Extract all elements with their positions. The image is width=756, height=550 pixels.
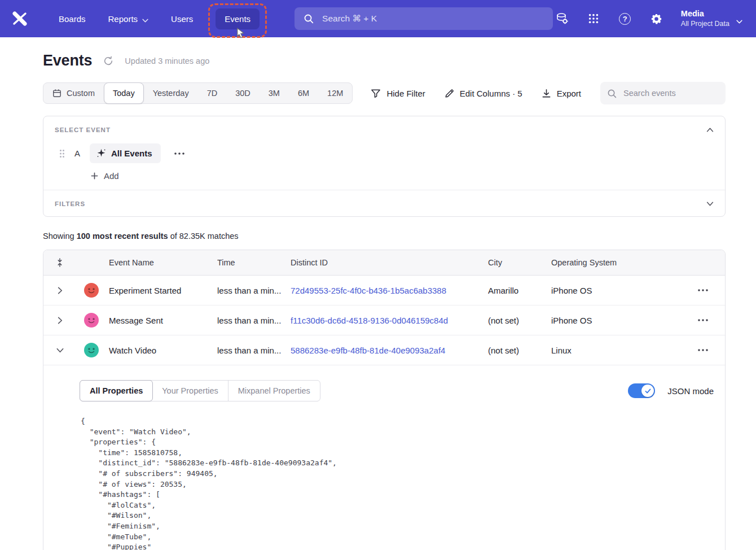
project-info: Media All Project Data [681,8,729,29]
search-events-field [600,82,726,104]
event-options-button[interactable] [170,148,189,159]
tab-your-properties[interactable]: Your Properties [152,381,228,401]
settings-button[interactable] [649,11,664,26]
grid-dots-icon [588,13,599,24]
column-header-os[interactable]: Operating System [551,258,681,267]
results-suffix: of 82.35K matches [168,232,239,241]
primary-nav: Boards Reports Users Events [50,8,260,30]
date-3m-button[interactable]: 3M [260,82,289,104]
city-cell: Amarillo [488,286,551,295]
json-mode-control: JSON mode [628,383,714,398]
event-sparkle-icon [96,149,106,158]
export-button[interactable]: Export [542,89,581,98]
event-selector-button[interactable]: All Events [90,143,161,163]
row-options-button[interactable] [693,344,713,356]
step-letter: A [74,149,81,158]
date-yesterday-button[interactable]: Yesterday [144,82,198,104]
city-cell: (not set) [488,316,551,325]
refresh-button[interactable] [101,54,116,68]
date-option-label: 7D [207,89,218,98]
event-name-cell: Message Sent [109,316,217,325]
column-header-time[interactable]: Time [217,258,291,267]
date-7d-button[interactable]: 7D [198,82,227,104]
project-selector[interactable]: Media All Project Data [681,8,742,29]
nav-item-reports[interactable]: Reports [99,8,158,30]
results-highlight: 100 most recent results [77,232,168,241]
distinct-id-link[interactable]: f11c30d6-dc6d-4518-9136-0d046159c84d [291,316,448,325]
tab-all-properties[interactable]: All Properties [80,380,153,401]
plus-icon [91,172,98,180]
table-header-row: Event Name Time Distinct ID City Operati… [43,250,725,276]
page-header: Events Updated 3 minutes ago [43,52,726,69]
tab-mixpanel-properties[interactable]: Mixpanel Properties [228,381,320,401]
expand-row-button[interactable] [54,283,66,298]
date-option-label: Yesterday [153,89,189,98]
data-management-button[interactable] [555,11,569,26]
avatar-face-icon [84,313,99,328]
json-viewer[interactable]: { "event": "Watch Video", "properties": … [81,416,714,550]
table-row-expanded[interactable]: Watch Video less than a min... 5886283e-… [43,335,725,365]
nav-item-events[interactable]: Events [216,8,260,29]
collapse-row-button[interactable] [53,344,67,356]
toggle-knob [641,385,654,397]
row-options-button[interactable] [693,285,713,296]
events-table: Event Name Time Distinct ID City Operati… [43,250,726,550]
ellipsis-icon [698,319,708,321]
event-query-row: A All Events [43,142,725,167]
apps-grid-button[interactable] [586,11,601,26]
table-row[interactable]: Experiment Started less than a min... 72… [43,276,725,305]
column-header-city[interactable]: City [488,258,551,267]
global-search-input[interactable] [321,13,544,24]
json-mode-toggle[interactable] [628,383,655,398]
nav-item-users[interactable]: Users [162,8,202,29]
date-custom-button[interactable]: Custom [43,82,104,104]
filters-heading: FILTERS [55,200,85,207]
date-today-button[interactable]: Today [104,82,144,104]
avatar-face-icon [84,283,99,298]
user-avatar[interactable] [84,343,99,357]
query-builder-card: SELECT EVENT A All Events [43,116,726,217]
date-30d-button[interactable]: 30D [226,82,260,104]
filter-funnel-icon [371,89,381,98]
add-event-button[interactable]: Add [91,171,119,181]
user-avatar[interactable] [84,313,99,328]
table-row[interactable]: Message Sent less than a min... f11c30d6… [43,305,725,335]
ellipsis-icon [698,349,708,351]
row-options-button[interactable] [693,315,713,326]
os-cell: iPhone OS [551,286,681,295]
os-cell: Linux [551,346,681,355]
ellipsis-icon [174,152,184,155]
chevron-right-icon [58,287,63,294]
search-icon [304,14,314,24]
help-button[interactable]: ? [618,11,632,26]
json-mode-label: JSON mode [667,386,714,396]
column-header-distinct-id[interactable]: Distinct ID [291,258,488,267]
edit-columns-button[interactable]: Edit Columns · 5 [445,89,522,98]
download-icon [542,89,551,98]
mixpanel-logo[interactable] [11,11,29,27]
user-avatar[interactable] [84,283,99,298]
tab-label: All Properties [90,386,143,395]
selected-event-label: All Events [111,149,152,158]
drag-handle-icon[interactable] [59,149,65,158]
sort-column-header[interactable] [43,258,76,267]
search-events-input[interactable] [622,88,719,98]
date-range-picker: Custom Today Yesterday 7D 30D 3M 6M 12M [43,82,353,104]
chevron-down-icon [56,348,64,353]
hide-filter-button[interactable]: Hide Filter [371,89,425,98]
date-option-label: Today [113,89,135,98]
chevron-right-icon [58,317,63,324]
distinct-id-link[interactable]: 5886283e-e9fb-48fb-81de-40e9093a2af4 [291,346,445,355]
os-cell: iPhone OS [551,316,681,325]
select-event-heading: SELECT EVENT [55,126,111,133]
expand-row-button[interactable] [54,313,66,328]
collapse-section-button[interactable] [703,124,717,136]
distinct-id-link[interactable]: 72d49553-25fc-4f0c-b436-1b5ac6ab3388 [291,286,446,295]
date-6m-button[interactable]: 6M [289,82,318,104]
expand-filters-button[interactable] [703,198,717,209]
time-cell: less than a min... [217,286,291,295]
column-header-event-name[interactable]: Event Name [109,258,217,267]
date-12m-button[interactable]: 12M [318,82,352,104]
nav-item-boards[interactable]: Boards [50,8,95,29]
hide-filter-label: Hide Filter [386,89,425,98]
